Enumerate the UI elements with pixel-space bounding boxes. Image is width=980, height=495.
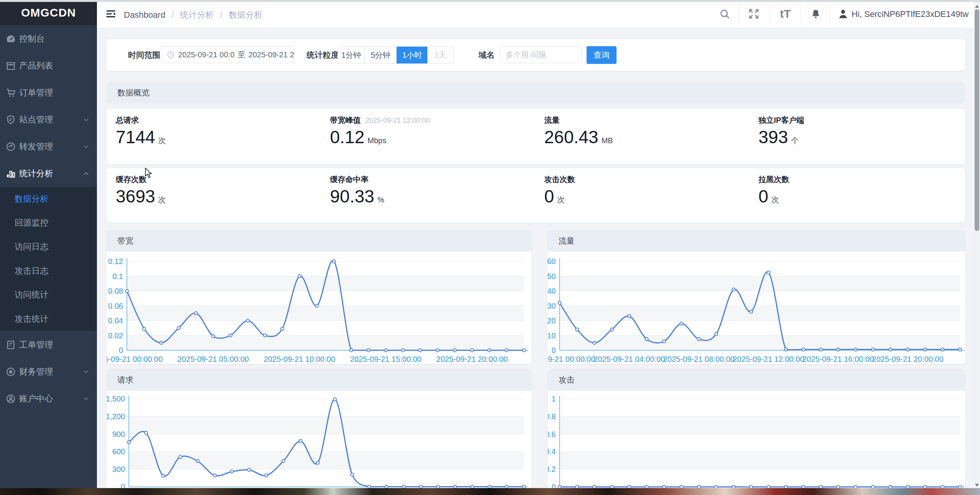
sidebar-item-statistics[interactable]: 统计分析	[0, 160, 97, 187]
svg-text:0: 0	[119, 346, 123, 355]
forward-icon	[5, 141, 16, 152]
svg-text:40: 40	[548, 287, 556, 295]
subitem-label: 访问日志	[15, 241, 48, 253]
sidebar-item-console[interactable]: 控制台	[0, 25, 97, 52]
sidebar-subitem-access-stats[interactable]: 访问统计	[0, 283, 97, 307]
sidebar-item-orders[interactable]: 订单管理	[0, 79, 97, 106]
window-top-edge	[0, 0, 980, 2]
scrollbar-thumb[interactable]	[975, 9, 979, 231]
svg-text:30: 30	[548, 302, 556, 310]
domain-input[interactable]: 多个用,间隔	[500, 46, 582, 63]
sidebar-subitem-attack-stats[interactable]: 攻击统计	[0, 307, 97, 331]
stat-label: 缓存次数	[116, 174, 147, 185]
sidebar-item-label: 转发管理	[19, 141, 53, 152]
chart-header: 请求	[107, 369, 532, 391]
traffic-chart-card: 流量 60504030201002025-09-21 00:00:002025-…	[548, 230, 965, 364]
breadcrumb-dashboard[interactable]: Dashboard	[124, 10, 165, 20]
chart-title: 流量	[558, 236, 575, 246]
fullscreen-icon[interactable]	[745, 5, 762, 22]
products-icon	[5, 60, 16, 71]
app-window: OMGCDN 控制台 产品列表 订单管理 站点管理	[0, 0, 980, 495]
domain-placeholder: 多个用,间隔	[506, 50, 547, 60]
svg-text:2025-09-21 00:00:00: 2025-09-21 00:00:00	[107, 355, 163, 363]
ticket-icon	[5, 339, 16, 350]
chart-header: 攻击	[548, 369, 965, 391]
svg-text:20: 20	[548, 316, 556, 325]
svg-text:0: 0	[552, 346, 556, 355]
chevron-down-icon	[82, 143, 90, 151]
desktop-wallpaper-strip	[0, 488, 980, 495]
bandwidth-chart[interactable]: 0.120.10.080.060.040.0202025-09-21 00:00…	[107, 252, 532, 364]
svg-text:300: 300	[112, 465, 125, 473]
query-button[interactable]: 查询	[587, 46, 617, 64]
svg-text:0.4: 0.4	[548, 447, 556, 456]
granularity-1day-button[interactable]: 1天	[427, 47, 453, 64]
sidebar-subitem-attack-log[interactable]: 攻击日志	[0, 259, 97, 283]
user-greeting[interactable]: Hi, SerciNP6PTlfE23xDE149tw	[852, 9, 968, 19]
stat-label: 流量	[544, 115, 560, 125]
svg-text:0.04: 0.04	[108, 316, 123, 325]
sidebar-item-products[interactable]: 产品列表	[0, 52, 97, 79]
button-label: 1天	[434, 50, 446, 60]
sidebar: OMGCDN 控制台 产品列表 订单管理 站点管理	[0, 0, 97, 488]
attack-chart[interactable]: 10.80.60.40.20	[548, 391, 965, 495]
orders-icon	[5, 87, 16, 98]
stat-value: 260.43	[544, 127, 598, 147]
subitem-label: 攻击日志	[15, 265, 48, 277]
svg-text:1,200: 1,200	[107, 412, 125, 421]
sidebar-subitem-access-log[interactable]: 访问日志	[0, 235, 97, 259]
breadcrumb: Dashboard / 统计分析 / 数据分析	[124, 9, 262, 21]
sidebar-item-forwarding[interactable]: 转发管理	[0, 133, 97, 160]
scrollbar-down-arrow[interactable]	[975, 482, 979, 488]
granularity-5min-button[interactable]: 5分钟	[364, 47, 397, 64]
svg-text:1: 1	[552, 395, 556, 403]
stat-label: 总请求	[116, 115, 139, 125]
svg-text:2025-09-21 08:00:00: 2025-09-21 08:00:00	[663, 355, 735, 363]
bandwidth-chart-card: 带宽 0.120.10.080.060.040.0202025-09-21 00…	[107, 230, 532, 364]
sidebar-item-finance[interactable]: 财务管理	[0, 358, 97, 385]
font-size-icon[interactable]: tT	[777, 5, 794, 22]
stat-attack-count: 攻击次数 0次	[544, 168, 752, 222]
svg-text:2025-09-21 12:00:00: 2025-09-21 12:00:00	[733, 355, 804, 363]
granularity-1min-button[interactable]: 1分钟	[338, 47, 365, 64]
stat-value: 0	[758, 186, 768, 207]
stat-unit: %	[377, 196, 384, 204]
svg-text:0.8: 0.8	[548, 412, 556, 421]
breadcrumb-statistics[interactable]: 统计分析	[180, 10, 214, 20]
stat-unique-ip: 独立IP客户端 393个	[758, 109, 958, 164]
svg-text:0.6: 0.6	[548, 430, 556, 438]
sidebar-subitem-origin-monitor[interactable]: 回源监控	[0, 211, 97, 235]
svg-text:900: 900	[112, 430, 125, 438]
svg-text:10: 10	[548, 331, 556, 340]
svg-text:0.1: 0.1	[112, 272, 123, 281]
breadcrumb-separator: /	[172, 10, 174, 20]
svg-text:50: 50	[548, 272, 556, 281]
button-label: 1小时	[402, 50, 422, 60]
stat-label: 攻击次数	[544, 174, 575, 185]
sites-icon	[5, 114, 16, 125]
svg-text:2025-09-21 20:00:00: 2025-09-21 20:00:00	[437, 355, 508, 363]
sidebar-item-tickets[interactable]: 工单管理	[0, 331, 97, 358]
app-logo: OMGCDN	[0, 0, 97, 25]
stat-cache-hit-rate: 缓存命中率 90.33%	[330, 168, 538, 222]
search-icon[interactable]	[716, 5, 733, 22]
svg-text:1,500: 1,500	[107, 395, 125, 403]
granularity-1hour-button[interactable]: 1小时	[397, 47, 428, 64]
chart-header: 流量	[548, 230, 965, 252]
requests-chart[interactable]: 1,5001,2009006003000	[107, 391, 532, 495]
subitem-label: 回源监控	[15, 217, 48, 229]
svg-text:0.02: 0.02	[108, 331, 123, 340]
scrollbar-up-arrow[interactable]	[975, 3, 979, 10]
bell-icon[interactable]	[807, 5, 824, 22]
traffic-chart[interactable]: 60504030201002025-09-21 00:00:002025-09-…	[548, 252, 965, 364]
avatar[interactable]	[835, 5, 852, 22]
sidebar-item-sites[interactable]: 站点管理	[0, 106, 97, 133]
subitem-label: 数据分析	[15, 193, 48, 205]
svg-text:0.2: 0.2	[548, 465, 556, 473]
sidebar-item-account[interactable]: 账户中心	[0, 385, 97, 412]
time-range-label: 时间范围	[128, 50, 160, 60]
time-range-input[interactable]: 2025-09-21 00:0 至 2025-09-21 23:5	[162, 46, 294, 63]
sidebar-item-label: 控制台	[19, 33, 45, 45]
sidebar-subitem-data-analysis[interactable]: 数据分析	[0, 187, 97, 211]
sidebar-collapse-button[interactable]	[102, 5, 119, 22]
